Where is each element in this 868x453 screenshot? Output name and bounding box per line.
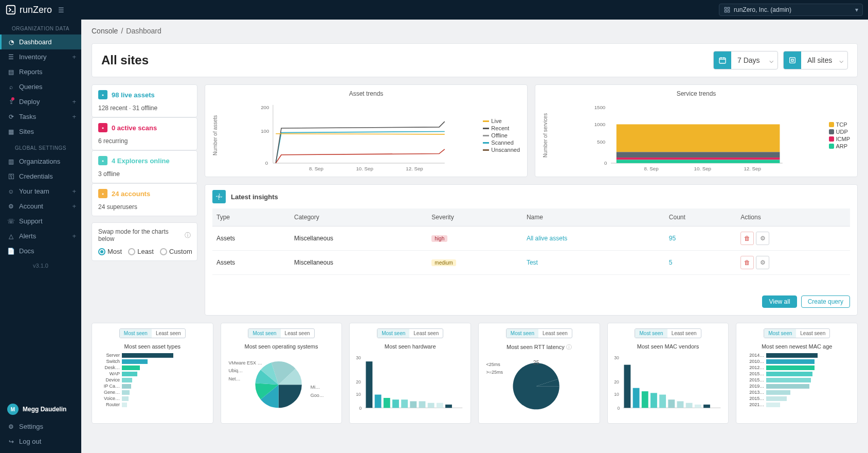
svg-rect-43 bbox=[410, 401, 417, 408]
settings-icon[interactable]: ⚙ bbox=[756, 256, 769, 269]
sidebar-item-sites[interactable]: ▦Sites bbox=[0, 124, 81, 139]
period-selector[interactable]: 7 Days bbox=[713, 51, 778, 69]
main-content: Console / Dashboard All sites 7 Days All… bbox=[81, 20, 868, 453]
insight-count-link[interactable]: 5 bbox=[669, 259, 673, 266]
svg-text:<25ms: <25ms bbox=[486, 362, 501, 367]
svg-rect-42 bbox=[402, 399, 408, 408]
tab-toggle[interactable]: Most seenLeast seen bbox=[248, 328, 314, 338]
nav-icon: ☰ bbox=[7, 54, 15, 61]
nav-icon: ▦ bbox=[7, 128, 15, 135]
plus-icon[interactable]: + bbox=[72, 113, 76, 120]
swap-radio-custom[interactable]: Custom bbox=[160, 248, 192, 255]
site-selector[interactable]: All sites bbox=[783, 51, 848, 69]
sidebar-section-global: GLOBAL SETTINGS bbox=[0, 139, 81, 154]
user-profile[interactable]: M Megg Daudelin bbox=[0, 399, 81, 419]
nav-icon: ☺ bbox=[7, 188, 15, 195]
sidebar-item-alerts[interactable]: △Alerts+ bbox=[0, 229, 81, 243]
svg-text:10. Sep: 10. Sep bbox=[694, 166, 711, 171]
mini-chart-card: Most seenLeast seenMost seen operating s… bbox=[221, 323, 342, 424]
sidebar-item-dashboard[interactable]: ◔Dashboard bbox=[0, 34, 81, 49]
sidebar-item-deploy[interactable]: ⇪Deploy+ bbox=[0, 94, 81, 109]
sidebar-item-docs[interactable]: 📄Docs bbox=[0, 243, 81, 258]
tab-toggle[interactable]: Most seenLeast seen bbox=[377, 328, 443, 338]
org-selector[interactable]: runZero, Inc. (admin) bbox=[719, 4, 863, 16]
svg-rect-65 bbox=[703, 405, 710, 408]
svg-text:10. Sep: 10. Sep bbox=[356, 166, 373, 171]
svg-rect-64 bbox=[695, 405, 701, 408]
nav-icon: ↪ bbox=[7, 438, 15, 445]
svg-text:Net…: Net… bbox=[228, 376, 240, 381]
svg-rect-2 bbox=[728, 7, 730, 9]
sidebar-item-organizations[interactable]: ▥Organizations bbox=[0, 154, 81, 169]
tab-toggle[interactable]: Most seenLeast seen bbox=[635, 328, 701, 338]
tab-toggle[interactable]: Most seenLeast seen bbox=[119, 328, 186, 338]
svg-text:10: 10 bbox=[614, 392, 619, 397]
sidebar-item-reports[interactable]: ▤Reports bbox=[0, 64, 81, 79]
view-all-button[interactable]: View all bbox=[762, 295, 797, 308]
svg-text:Ubiq…: Ubiq… bbox=[228, 368, 243, 373]
svg-rect-4 bbox=[728, 10, 730, 12]
svg-text:20: 20 bbox=[356, 379, 361, 385]
sidebar-item-queries[interactable]: ⌕Queries bbox=[0, 79, 81, 94]
svg-text:12. Sep: 12. Sep bbox=[406, 166, 423, 171]
mini-chart-card: Most seenLeast seenMost seen newest MAC … bbox=[736, 323, 858, 424]
stat-icon: ▪ bbox=[98, 189, 107, 198]
svg-text:200: 200 bbox=[261, 104, 269, 110]
sidebar-item-inventory[interactable]: ☰Inventory+ bbox=[0, 49, 81, 64]
legend-item: Recent bbox=[483, 125, 520, 131]
insight-name-link[interactable]: All alive assets bbox=[527, 235, 567, 242]
svg-text:Mi…: Mi… bbox=[310, 385, 320, 390]
legend-item: ARP bbox=[829, 143, 851, 149]
svg-text:1500: 1500 bbox=[594, 104, 606, 110]
nav-icon: ▤ bbox=[7, 68, 15, 76]
svg-text:0: 0 bbox=[265, 160, 268, 166]
sidebar-item-log-out[interactable]: ↪Log out bbox=[0, 434, 81, 449]
svg-rect-60 bbox=[659, 395, 666, 408]
plus-icon[interactable]: + bbox=[72, 232, 76, 240]
menu-toggle-icon[interactable]: ☰ bbox=[58, 6, 64, 14]
settings-icon[interactable]: ⚙ bbox=[756, 232, 769, 245]
notification-dot bbox=[11, 97, 14, 100]
stat-card[interactable]: ▪0 active scans6 recurring bbox=[92, 117, 197, 150]
svg-text:30: 30 bbox=[614, 355, 619, 360]
sidebar-item-tasks[interactable]: ⟳Tasks+ bbox=[0, 109, 81, 124]
legend-item: UDP bbox=[829, 129, 851, 135]
sidebar-item-credentials[interactable]: ⚿Credentials bbox=[0, 169, 81, 184]
svg-text:30: 30 bbox=[356, 355, 361, 360]
swap-radio-most[interactable]: Most bbox=[98, 248, 122, 255]
sidebar-item-account[interactable]: ⚙Account+ bbox=[0, 199, 81, 214]
avatar: M bbox=[7, 404, 19, 415]
breadcrumb: Console / Dashboard bbox=[92, 27, 858, 35]
stat-card[interactable]: ▪24 accounts24 superusers bbox=[92, 183, 197, 216]
svg-text:0: 0 bbox=[359, 406, 362, 411]
info-icon[interactable]: ⓘ bbox=[566, 344, 572, 350]
info-icon[interactable]: ⓘ bbox=[185, 231, 191, 240]
plus-icon[interactable]: + bbox=[72, 202, 76, 210]
swap-mode-card: Swap mode for the charts belowⓘ MostLeas… bbox=[92, 222, 197, 261]
tab-toggle[interactable]: Most seenLeast seen bbox=[764, 328, 830, 338]
delete-icon[interactable]: 🗑 bbox=[740, 232, 754, 245]
insight-count-link[interactable]: 95 bbox=[669, 235, 676, 242]
create-query-button[interactable]: Create query bbox=[801, 295, 850, 308]
insight-name-link[interactable]: Test bbox=[527, 259, 538, 266]
page-title: All sites bbox=[101, 53, 149, 67]
plus-icon[interactable]: + bbox=[72, 187, 76, 195]
stat-card[interactable]: ▪98 live assets128 recent · 31 offline bbox=[92, 84, 197, 117]
swap-radio-least[interactable]: Least bbox=[128, 248, 154, 255]
plus-icon[interactable]: + bbox=[72, 53, 76, 61]
delete-icon[interactable]: 🗑 bbox=[740, 256, 754, 269]
svg-rect-23 bbox=[617, 160, 780, 163]
svg-text:1000: 1000 bbox=[594, 121, 606, 127]
svg-point-27 bbox=[218, 196, 220, 198]
stat-card[interactable]: ▪4 Explorers online3 offline bbox=[92, 150, 197, 183]
sidebar-item-settings[interactable]: ⚙Settings bbox=[0, 419, 81, 434]
sidebar-item-support[interactable]: ☏Support bbox=[0, 214, 81, 229]
plus-icon[interactable]: + bbox=[72, 98, 76, 106]
tab-toggle[interactable]: Most seenLeast seen bbox=[506, 328, 572, 338]
sidebar-item-your-team[interactable]: ☺Your team+ bbox=[0, 184, 81, 199]
table-row: AssetsMiscellaneousmediumTest5🗑⚙ bbox=[212, 251, 850, 275]
mini-chart-card: Most seenLeast seenMost seen hardware302… bbox=[349, 323, 471, 424]
table-row: AssetsMiscellaneoushighAll alive assets9… bbox=[212, 226, 850, 251]
nav-icon: ☏ bbox=[7, 218, 15, 225]
breadcrumb-root[interactable]: Console bbox=[92, 27, 118, 35]
